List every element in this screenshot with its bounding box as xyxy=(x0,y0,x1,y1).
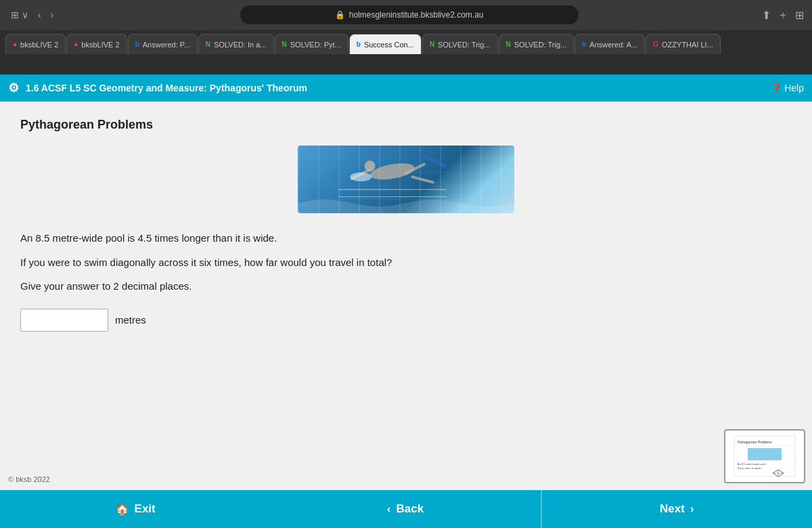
tab-ozzythai[interactable]: G OZZYTHAI LI... xyxy=(646,34,721,54)
tab-answered-p[interactable]: b Answered: P... xyxy=(128,34,198,54)
grid-icon[interactable]: ⊞ xyxy=(795,9,804,22)
unit-label: metres xyxy=(115,314,146,326)
tab-favicon: N xyxy=(282,41,287,48)
main-content: Pythagorean Problems xyxy=(0,102,812,490)
tab-success-con[interactable]: b Success Con... xyxy=(349,34,422,54)
forward-btn[interactable]: › xyxy=(48,8,57,22)
svg-text:If you were to swim...: If you were to swim... xyxy=(738,466,763,470)
thumbnail-graphic: Pythagorean Problems An 8.5 metre-wide p… xyxy=(731,433,798,480)
tab-favicon: ● xyxy=(74,41,78,48)
tab-label: SOLVED: Trig... xyxy=(514,41,566,49)
browser-chrome: ⊞ ∨ ‹ › 🔒 holmesgleninstitute.bksblive2.… xyxy=(0,0,812,74)
tab-label: Success Con... xyxy=(364,41,414,49)
tab-favicon: b xyxy=(582,41,586,48)
tab-solved-trig1[interactable]: N SOLVED: Trig... xyxy=(422,34,498,54)
browser-controls: ⊞ ∨ ‹ › xyxy=(8,8,56,22)
tab-favicon: ● xyxy=(13,41,17,48)
pool-image xyxy=(298,146,514,213)
page-heading: Pythagorean Problems xyxy=(20,118,792,132)
tab-list-btn[interactable]: ⊞ ∨ xyxy=(8,8,31,22)
tab-favicon: N xyxy=(430,41,434,48)
tab-bksblive2-1[interactable]: ● bksbLIVE 2 xyxy=(5,34,66,54)
back-btn[interactable]: ‹ xyxy=(35,8,44,22)
pool-image-container xyxy=(20,146,792,213)
back-chevron-icon: ‹ xyxy=(387,502,391,516)
url-text: holmesgleninstitute.bksblive2.com.au xyxy=(349,10,484,20)
copyright: © bksb 2022 xyxy=(8,475,50,483)
tab-label: Answered: A... xyxy=(589,41,637,49)
tab-solved-pyt[interactable]: N SOLVED: Pyt... xyxy=(275,34,348,54)
tab-label: bksbLIVE 2 xyxy=(81,41,119,49)
browser-toolbar: ⊞ ∨ ‹ › 🔒 holmesgleninstitute.bksblive2.… xyxy=(0,0,812,30)
home-icon: 🏠 xyxy=(115,502,129,516)
tab-solved-trig2[interactable]: N SOLVED: Trig... xyxy=(499,34,574,54)
problem-text-3: Give your answer to 2 decimal places. xyxy=(20,278,792,295)
svg-text:Pythagorean Problems: Pythagorean Problems xyxy=(738,440,772,444)
tab-solved-in[interactable]: N SOLVED: In a... xyxy=(198,34,274,54)
app-header: ⚙ 1.6 ACSF L5 SC Geometry and Measure: P… xyxy=(0,74,812,102)
new-tab-icon[interactable]: ＋ xyxy=(777,8,788,22)
tab-label: SOLVED: In a... xyxy=(214,41,266,49)
answer-input[interactable] xyxy=(20,309,108,332)
svg-line-6 xyxy=(412,177,433,182)
answer-row: metres xyxy=(20,309,792,332)
tab-bksblive2-2[interactable]: ● bksbLIVE 2 xyxy=(66,34,127,54)
water-ripples xyxy=(298,193,514,213)
tab-label: bksbLIVE 2 xyxy=(20,41,58,49)
next-chevron-icon: › xyxy=(690,502,694,516)
address-bar[interactable]: 🔒 holmesgleninstitute.bksblive2.com.au xyxy=(240,5,579,24)
tab-favicon: b xyxy=(357,41,361,48)
page-title: 1.6 ACSF L5 SC Geometry and Measure: Pyt… xyxy=(26,83,307,93)
tab-answered-a[interactable]: b Answered: A... xyxy=(574,34,645,54)
tab-favicon: b xyxy=(135,41,139,48)
exit-button[interactable]: 🏠 Exit xyxy=(0,490,270,528)
share-icon[interactable]: ⬆ xyxy=(762,9,771,22)
tab-label: Answered: P... xyxy=(143,41,190,49)
problem-text-1: An 8.5 metre-wide pool is 4.5 times long… xyxy=(20,229,792,247)
problem-text-2: If you were to swim diagonally across it… xyxy=(20,254,792,271)
thumbnail-preview: Pythagorean Problems An 8.5 metre-wide p… xyxy=(724,429,805,483)
svg-rect-12 xyxy=(748,448,782,460)
tab-favicon: N xyxy=(506,41,511,48)
tab-favicon: G xyxy=(653,41,658,48)
bottom-nav: 🏠 Exit ‹ Back Next › xyxy=(0,490,812,528)
tab-label: OZZYTHAI LI... xyxy=(662,41,713,49)
thumbnail-preview-inner: Pythagorean Problems An 8.5 metre-wide p… xyxy=(725,431,804,482)
help-icon: ❓ xyxy=(770,83,782,93)
lock-icon: 🔒 xyxy=(335,10,345,20)
tab-favicon: N xyxy=(206,41,210,48)
tab-label: SOLVED: Pyt... xyxy=(290,41,341,49)
browser-actions: ⬆ ＋ ⊞ xyxy=(762,8,804,22)
svg-text:An 8.5 metre-wide pool...: An 8.5 metre-wide pool... xyxy=(738,462,767,466)
help-button[interactable]: ❓ Help xyxy=(770,83,804,93)
svg-point-7 xyxy=(350,173,371,181)
back-button[interactable]: ‹ Back xyxy=(270,490,541,528)
tabs-bar: ● bksbLIVE 2 ● bksbLIVE 2 b Answered: P.… xyxy=(0,30,812,54)
gear-icon: ⚙ xyxy=(8,81,19,95)
tab-label: SOLVED: Trig... xyxy=(438,41,490,49)
next-button[interactable]: Next › xyxy=(541,490,812,528)
